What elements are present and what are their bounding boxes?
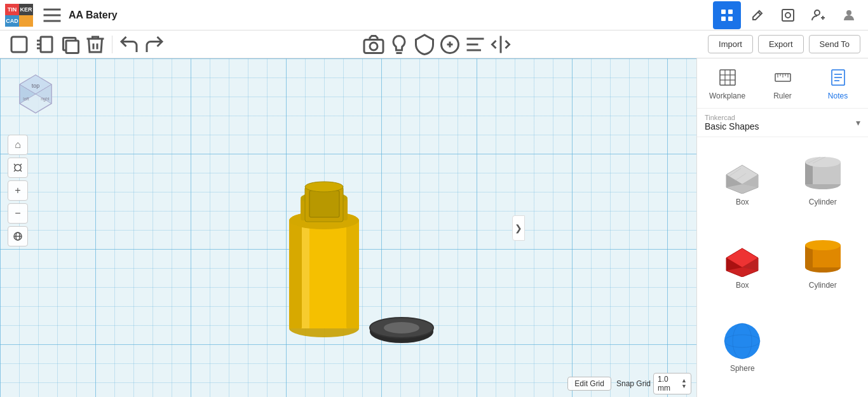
export-button[interactable]: Export	[758, 35, 804, 53]
main-content: top left right ⌂ + −	[0, 58, 868, 397]
svg-rect-44	[302, 220, 309, 328]
hamburger-menu-button[interactable]	[41, 4, 64, 27]
ruler-tool[interactable]: Ruler	[755, 64, 810, 103]
shape-label-cylinder-orange: Cylinder	[809, 281, 837, 290]
logo-ker: KER	[19, 4, 33, 15]
svg-point-90	[805, 240, 841, 250]
shape-thumb-cylinder-gray	[794, 147, 851, 195]
toolbar-right: Import Export Send To	[708, 35, 860, 53]
right-panel: Workplane Ruler	[696, 58, 868, 397]
shape-item-box-red[interactable]: Box	[705, 228, 780, 306]
svg-rect-13	[11, 37, 27, 52]
shape-thumb-box-gray	[714, 147, 771, 195]
ring-object[interactable]	[369, 300, 435, 357]
send-to-button[interactable]: Send To	[809, 35, 860, 53]
project-title: AA Batery	[69, 10, 708, 21]
canvas-area[interactable]: top left right ⌂ + −	[0, 58, 696, 397]
svg-point-12	[846, 10, 851, 15]
simulate-button[interactable]	[774, 1, 802, 29]
notes-tool[interactable]: Notes	[810, 64, 865, 103]
svg-point-91	[724, 323, 760, 359]
light-button[interactable]	[388, 33, 410, 56]
svg-rect-7	[782, 10, 794, 21]
svg-point-55	[370, 318, 433, 338]
mirror-button[interactable]	[489, 33, 512, 56]
duplicate-button[interactable]	[58, 33, 81, 56]
grid-view-button[interactable]	[713, 1, 741, 29]
svg-rect-16	[66, 41, 79, 53]
center-tools	[168, 33, 705, 56]
svg-rect-56	[720, 70, 735, 85]
shape-item-cylinder-gray[interactable]: Cylinder	[785, 145, 861, 223]
edit-grid-button[interactable]: Edit Grid	[567, 377, 611, 391]
svg-point-9	[815, 10, 820, 15]
svg-point-18	[370, 43, 377, 50]
bottom-bar: Edit Grid Snap Grid 1.0 mm ▲▼	[0, 370, 696, 397]
svg-point-50	[305, 182, 343, 192]
svg-rect-6	[728, 17, 733, 21]
group-button[interactable]	[438, 33, 461, 56]
collapse-panel-button[interactable]: ❯	[512, 215, 525, 241]
user-avatar-button[interactable]	[835, 1, 863, 29]
logo-tin: TIN	[5, 4, 19, 15]
svg-rect-43	[346, 220, 359, 328]
svg-rect-4	[728, 10, 733, 14]
workplane-icon	[716, 66, 739, 89]
camera-button[interactable]	[362, 33, 385, 56]
canvas-objects	[0, 58, 696, 397]
shape-label-box-gray: Box	[736, 198, 749, 206]
workplane-label: Workplane	[709, 91, 745, 100]
tinkercad-label: Tinkercad	[705, 114, 759, 121]
notes-icon	[827, 66, 850, 89]
shape-label-cylinder-gray: Cylinder	[809, 198, 837, 206]
shape-thumb-cylinder-orange	[794, 231, 851, 278]
workplane-tool[interactable]: Workplane	[700, 64, 755, 103]
copy-clipboard-button[interactable]	[33, 33, 56, 56]
separator-1	[112, 36, 112, 53]
new-button[interactable]	[8, 33, 31, 56]
svg-point-8	[785, 13, 790, 18]
notes-label: Notes	[828, 91, 848, 100]
navbar: TIN KER CAD AA Batery	[0, 0, 868, 30]
shape-item-sphere-blue[interactable]: Sphere	[705, 311, 780, 389]
logo[interactable]: TIN KER CAD	[5, 4, 33, 27]
toolbar: Import Export Send To	[0, 30, 868, 58]
logo-cad: CAD	[5, 15, 19, 27]
svg-rect-5	[721, 17, 726, 21]
panel-tools: Workplane Ruler	[697, 58, 868, 109]
shape-thumb-box-red	[714, 231, 771, 278]
shape-category: Tinkercad Basic Shapes ▾	[697, 109, 868, 137]
ruler-label: Ruler	[773, 91, 792, 100]
shape-label-sphere-blue: Sphere	[730, 364, 755, 373]
snap-value-input[interactable]: 1.0 mm ▲▼	[653, 373, 691, 394]
shapes-grid: Box Cylinder	[697, 137, 868, 397]
shape-item-cylinder-orange[interactable]: Cylinder	[785, 228, 861, 306]
ruler-icon	[771, 66, 794, 89]
shape-label-box-red: Box	[736, 281, 749, 290]
svg-rect-14	[41, 37, 52, 52]
build-button[interactable]	[743, 1, 771, 29]
category-name: Basic Shapes	[705, 121, 759, 131]
align-button[interactable]	[464, 33, 487, 56]
snap-grid-label: Snap Grid 1.0 mm ▲▼	[616, 373, 691, 394]
select-button[interactable]	[413, 33, 436, 56]
nav-right	[713, 1, 863, 29]
delete-button[interactable]	[84, 33, 107, 56]
undo-button[interactable]	[118, 33, 140, 56]
redo-button[interactable]	[143, 33, 166, 56]
svg-rect-3	[721, 10, 726, 14]
shape-thumb-sphere-blue	[714, 314, 771, 361]
logo-empty	[19, 15, 33, 27]
category-dropdown-icon[interactable]: ▾	[856, 118, 860, 128]
svg-rect-49	[309, 191, 339, 217]
svg-rect-42	[289, 220, 302, 328]
add-user-button[interactable]	[804, 1, 832, 29]
shape-item-box-gray[interactable]: Box	[705, 145, 780, 223]
import-button[interactable]: Import	[708, 35, 753, 53]
